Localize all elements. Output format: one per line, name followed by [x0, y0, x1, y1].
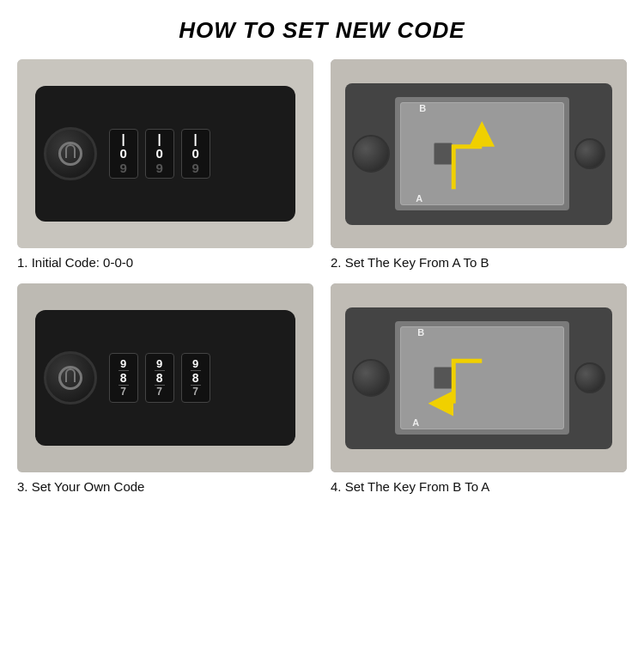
step-3-caption: 3. Set Your Own Code	[17, 479, 144, 494]
step-1-cell: | 0 9 | 0 9 | 0 9 1. Ini	[17, 59, 313, 270]
digits-area-1: | 0 9 | 0 9 | 0 9	[109, 129, 210, 179]
step-2-image: A B	[331, 59, 627, 248]
step-4-image: A B	[331, 283, 627, 472]
step-1-image: | 0 9 | 0 9 | 0 9	[17, 59, 313, 248]
page-title: HOW TO SET NEW CODE	[179, 17, 465, 44]
step-4-cell: A B 4. Set The Ke	[331, 283, 627, 494]
step-1-caption: 1. Initial Code: 0-0-0	[17, 255, 133, 270]
lock-knob-3	[44, 351, 97, 404]
digits-area-3: 9 8 7 9 8 7 9 8 7	[109, 353, 210, 403]
step-4-caption: 4. Set The Key From B To A	[331, 479, 489, 494]
step-2-caption: 2. Set The Key From A To B	[331, 255, 489, 270]
lock-knob-1	[44, 127, 97, 180]
step-3-cell: 9 8 7 9 8 7 9 8 7 3. Set	[17, 283, 313, 494]
steps-grid: | 0 9 | 0 9 | 0 9 1. Ini	[17, 59, 627, 494]
step-2-cell: A B 2. Set The Ke	[331, 59, 627, 270]
step-3-image: 9 8 7 9 8 7 9 8 7	[17, 283, 313, 472]
